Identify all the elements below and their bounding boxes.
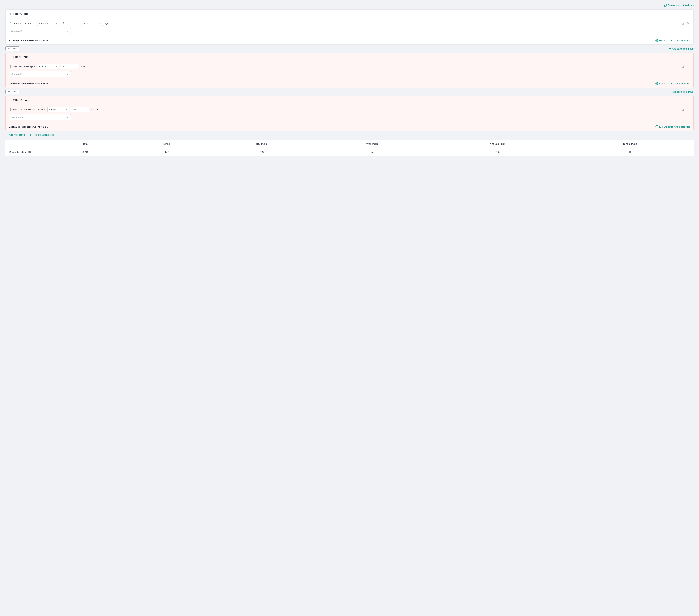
- col-header-web-push: Web Push: [316, 140, 429, 148]
- filter-group-3-body: Has a median session duration more than …: [6, 104, 693, 131]
- copy-filter-1[interactable]: [680, 21, 685, 26]
- bottom-actions: Add filter group Add exclusion group: [5, 133, 694, 136]
- plus-icon-2: [669, 91, 671, 93]
- filter-row-drag-2[interactable]: [9, 65, 11, 67]
- svg-rect-8: [682, 109, 684, 111]
- filter-label-3: Has a median session duration: [13, 108, 45, 111]
- estimated-users-3: Estimated Reachable Users ≈ 8.2K Expand …: [9, 123, 690, 128]
- main-container: Calculate exact statistics Filter Group: [0, 0, 699, 616]
- filter-value-2[interactable]: [61, 64, 79, 69]
- filter-label-2: Has used these apps: [13, 65, 35, 68]
- chevron-down-icon: [66, 30, 68, 32]
- col-header-email: Email: [126, 140, 208, 148]
- plus-icon-1: [669, 47, 671, 50]
- svg-rect-4: [682, 23, 684, 24]
- search-filter-3[interactable]: Search filter...: [9, 114, 71, 120]
- col-header-ios-push: iOS Push: [208, 140, 315, 148]
- filter-row-drag-3[interactable]: [9, 108, 11, 111]
- filter-operator-1[interactable]: more than less than exactly at least at …: [37, 21, 59, 26]
- add-exclusion-group-link[interactable]: Add exclusion group: [29, 133, 54, 136]
- cell-email: 477: [126, 148, 208, 156]
- plus-icon-add-exclusion: [29, 134, 32, 136]
- group-1-title: Filter Group: [13, 12, 29, 15]
- add-exclusion-1[interactable]: Add exclusion group: [669, 47, 694, 50]
- and-not-badge-1: AND NOT: [5, 47, 19, 51]
- estimated-label-2: Estimated Reachable Users ≈ 11.4K: [9, 82, 49, 85]
- plus-circle-icon: [656, 39, 658, 42]
- chevron-down-icon-2: [66, 73, 68, 76]
- plus-icon-add-filter: [5, 134, 8, 136]
- remove-filter-3[interactable]: [686, 108, 690, 112]
- cell-web-push: 24: [316, 148, 429, 156]
- filter-group-1-header: Filter Group: [6, 10, 693, 18]
- calculate-link[interactable]: Calculate exact statistics: [664, 4, 694, 6]
- col-header-android-push: Android Push: [429, 140, 567, 148]
- filter-suffix-1: ago: [105, 22, 109, 25]
- copy-icon-2: [681, 65, 684, 68]
- plus-circle-icon-3: [656, 125, 658, 128]
- add-filter-group-link[interactable]: Add filter group: [5, 133, 25, 136]
- separator-line-2: [22, 92, 666, 92]
- plus-circle-icon-2: [656, 82, 658, 85]
- filter-group-2: Filter Group Has used these apps exactly…: [5, 53, 694, 88]
- filter-group-1: Filter Group Last used these apps more t…: [5, 10, 694, 44]
- chevron-down-icon-3: [66, 116, 68, 119]
- cell-kindle-push: 12: [567, 148, 694, 156]
- copy-filter-2[interactable]: [680, 64, 685, 69]
- estimated-label-1: Estimated Reachable Users ≈ 15.6K: [9, 39, 49, 42]
- drag-handle-2[interactable]: [9, 56, 11, 58]
- and-not-separator-2: AND NOT Add exclusion group: [5, 90, 694, 94]
- group-3-title: Filter Group: [13, 99, 29, 102]
- drag-handle-1[interactable]: [9, 13, 11, 15]
- remove-filter-2[interactable]: [686, 64, 690, 68]
- filter-unit-3: seconds: [91, 108, 100, 111]
- copy-filter-3[interactable]: [680, 107, 685, 112]
- chart-icon: [664, 4, 667, 6]
- filter-unit-2: time: [81, 65, 85, 68]
- filter-actions-3: [680, 107, 690, 112]
- close-icon: [687, 22, 689, 25]
- filter-value-3[interactable]: [71, 107, 89, 112]
- remove-filter-1[interactable]: [686, 21, 690, 25]
- close-icon-2: [687, 65, 689, 68]
- close-icon-3: [687, 108, 689, 111]
- estimated-users-2: Estimated Reachable Users ≈ 11.4K Expand…: [9, 80, 690, 85]
- col-header-kindle-push: Kindle Push: [567, 140, 694, 148]
- svg-rect-3: [666, 4, 666, 6]
- filter-group-2-body: Has used these apps exactly more than le…: [6, 61, 693, 88]
- filter-operator-3[interactable]: more than less than exactly at least at …: [47, 107, 69, 112]
- add-exclusion-2[interactable]: Add exclusion group: [669, 91, 694, 93]
- estimated-label-3: Estimated Reachable Users ≈ 8.2K: [9, 126, 48, 128]
- filter-actions-1: [680, 21, 690, 26]
- cell-android-push: 208: [429, 148, 567, 156]
- info-icon-reachable-users[interactable]: i: [28, 150, 31, 154]
- search-filter-2[interactable]: Search filter...: [9, 71, 71, 77]
- filter-label-1: Last used these apps: [13, 22, 36, 25]
- and-not-badge-2: AND NOT: [5, 90, 19, 94]
- svg-rect-2: [665, 4, 665, 6]
- filter-row-2: Has used these apps exactly more than le…: [9, 64, 690, 69]
- filter-operator-2[interactable]: exactly more than less than at least at …: [37, 64, 59, 69]
- stats-table: Total Email iOS Push Web Push Android Pu…: [5, 140, 694, 156]
- estimated-users-1: Estimated Reachable Users ≈ 15.6K Expand…: [9, 37, 690, 42]
- expand-funnel-1[interactable]: Expand extra funnel statistics: [656, 39, 690, 42]
- row-label-reachable-users: Reachable Users i: [5, 148, 45, 156]
- svg-rect-1: [664, 5, 664, 6]
- group-2-title: Filter Group: [13, 55, 29, 58]
- filter-actions-2: [680, 64, 690, 69]
- cell-ios-push: 733: [208, 148, 315, 156]
- filter-row-drag-1[interactable]: [9, 22, 11, 24]
- expand-funnel-3[interactable]: Expand extra funnel statistics: [656, 125, 690, 128]
- expand-funnel-2[interactable]: Expand extra funnel statistics: [656, 82, 690, 85]
- search-filter-1[interactable]: Search filter...: [9, 28, 71, 34]
- drag-handle-3[interactable]: [9, 99, 11, 101]
- filter-value-1[interactable]: [61, 21, 79, 26]
- filter-unit-1[interactable]: days weeks months: [81, 21, 103, 26]
- copy-icon: [681, 22, 684, 25]
- filter-row-3: Has a median session duration more than …: [9, 107, 690, 112]
- search-filter-1-container: Search filter...: [9, 28, 690, 34]
- and-not-separator-1: AND NOT Add exclusion group: [5, 47, 694, 51]
- table-row: Reachable Users i 8,248 477 733 24 208 1…: [5, 148, 694, 156]
- filter-group-3: Filter Group Has a median session durati…: [5, 96, 694, 131]
- stats-table-section: Total Email iOS Push Web Push Android Pu…: [5, 140, 694, 156]
